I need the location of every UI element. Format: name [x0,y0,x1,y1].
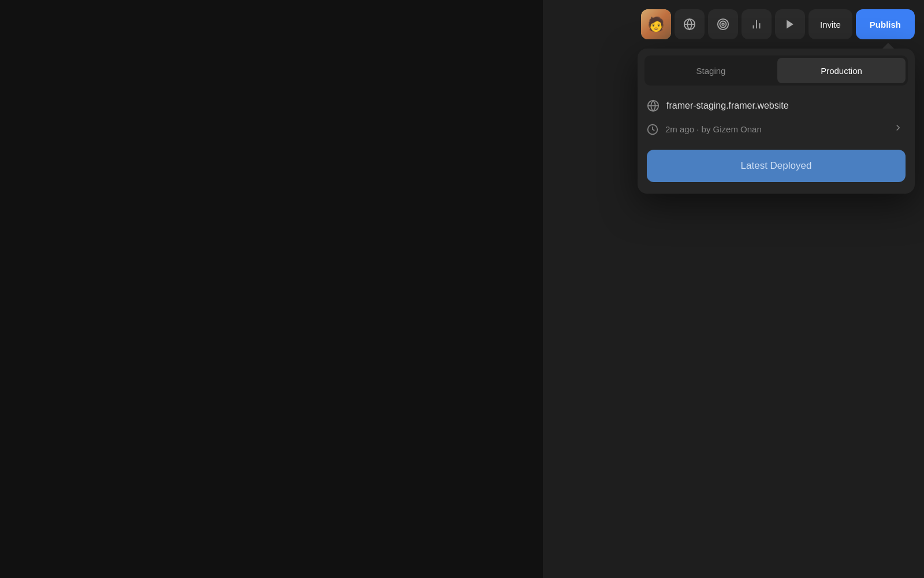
chevron-right-icon [893,123,903,133]
publish-button[interactable]: Publish [856,9,915,39]
background-left [0,0,543,578]
timestamp-text: 2m ago · by Gizem Onan [665,124,884,134]
avatar-image: 🧑 [641,9,671,39]
tab-production[interactable]: Production [777,58,906,83]
invite-button[interactable]: Invite [808,9,852,39]
svg-point-3 [720,21,726,28]
globe-button[interactable] [675,9,705,39]
chart-icon [750,18,763,31]
panel-content: framer-staging.framer.website 2m ago · b… [644,95,908,187]
timestamp-row: 2m ago · by Gizem Onan [647,120,906,138]
publish-dropdown: Staging Production framer-staging.framer… [638,49,915,194]
avatar-button[interactable]: 🧑 [641,9,671,39]
tab-staging[interactable]: Staging [647,58,775,83]
site-url: framer-staging.framer.website [666,101,789,111]
latest-deployed-button[interactable]: Latest Deployed [647,150,906,182]
chart-button[interactable] [742,9,772,39]
target-icon [717,18,729,31]
tab-switcher: Staging Production [644,55,908,86]
site-url-row: framer-staging.framer.website [647,99,906,112]
play-button[interactable] [775,9,805,39]
target-button[interactable] [708,9,738,39]
svg-point-4 [722,23,724,25]
clock-icon [647,124,658,135]
toolbar: 🧑 Invite Publish [641,9,915,39]
globe-icon [683,18,696,31]
svg-marker-8 [787,20,793,29]
site-url-globe-icon [647,99,660,112]
chevron-button[interactable] [891,120,906,138]
play-icon [784,18,796,30]
